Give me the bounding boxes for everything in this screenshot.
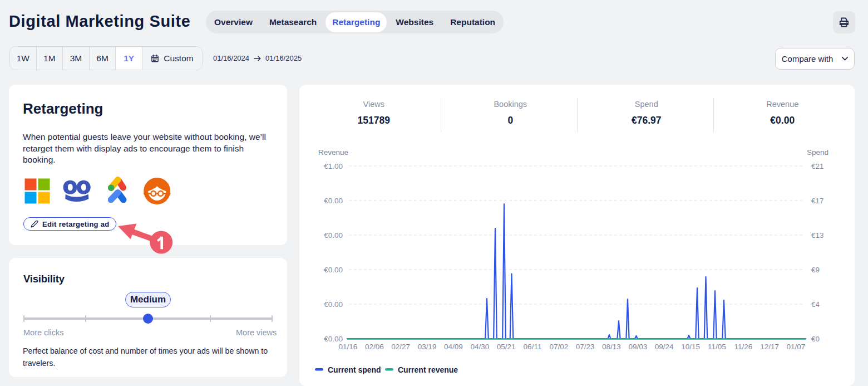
svg-text:€13: €13 [811,231,824,240]
svg-text:€9: €9 [811,266,820,274]
svg-text:Current revenue: Current revenue [398,365,458,374]
svg-text:09/03: 09/03 [629,343,648,351]
svg-text:04/09: 04/09 [444,343,463,351]
svg-text:10/15: 10/15 [681,343,700,351]
svg-text:€21: €21 [811,162,824,170]
svg-text:09/24: 09/24 [655,343,674,351]
svg-text:€0.00: €0.00 [324,335,343,343]
svg-text:€0: €0 [811,335,820,343]
svg-text:02/06: 02/06 [365,343,384,351]
svg-text:01/16: 01/16 [339,343,358,351]
svg-text:€0.00: €0.00 [324,197,343,205]
svg-text:06/11: 06/11 [524,343,542,351]
svg-text:07/02: 07/02 [549,343,568,351]
svg-text:€0.00: €0.00 [324,266,343,274]
svg-text:01/07: 01/07 [787,343,806,351]
svg-text:11/05: 11/05 [708,343,726,351]
svg-text:11/26: 11/26 [734,343,752,351]
svg-text:Revenue: Revenue [318,148,348,157]
svg-text:Spend: Spend [807,148,828,157]
svg-text:€0.00: €0.00 [324,231,343,240]
svg-text:€17: €17 [811,197,824,205]
svg-text:03/19: 03/19 [418,343,437,351]
svg-text:€4: €4 [811,300,820,309]
svg-text:12/17: 12/17 [760,343,779,351]
svg-text:07/23: 07/23 [576,343,595,351]
svg-text:02/27: 02/27 [391,343,410,351]
svg-text:05/21: 05/21 [497,343,516,351]
svg-text:€1.00: €1.00 [324,162,343,170]
svg-text:€0.00: €0.00 [324,300,343,309]
svg-text:08/13: 08/13 [602,343,621,351]
svg-text:04/30: 04/30 [470,343,489,351]
svg-text:Current spend: Current spend [328,365,381,374]
